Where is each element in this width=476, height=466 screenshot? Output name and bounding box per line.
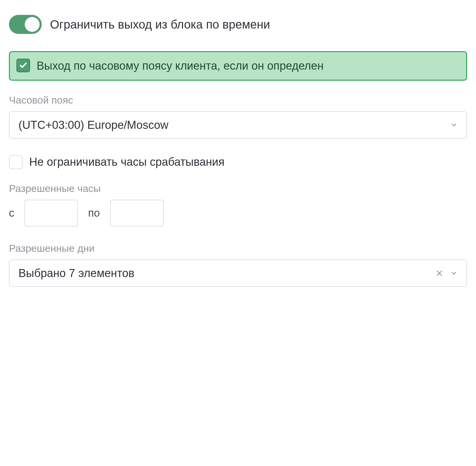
allowed-days-label: Разрешенные дни — [9, 243, 467, 254]
timezone-select[interactable]: (UTC+03:00) Europe/Moscow — [9, 111, 467, 139]
allowed-hours-label: Разрешенные часы — [9, 183, 467, 194]
clear-icon[interactable] — [436, 269, 443, 277]
chevron-down-icon — [450, 121, 458, 129]
hours-from-label: с — [9, 207, 14, 219]
unrestricted-hours-checkbox[interactable] — [9, 155, 23, 169]
allowed-days-select[interactable]: Выбрано 7 элементов — [9, 259, 467, 287]
unrestricted-hours-row: Не ограничивать часы срабатывания — [9, 155, 467, 169]
unrestricted-hours-label: Не ограничивать часы срабатывания — [29, 156, 224, 168]
timezone-value: (UTC+03:00) Europe/Moscow — [18, 119, 168, 132]
allowed-days-value: Выбрано 7 элементов — [18, 267, 134, 280]
toggle-knob — [25, 17, 40, 32]
client-timezone-label: Выход по часовому поясу клиента, если он… — [37, 58, 324, 74]
timezone-label: Часовой пояс — [9, 94, 467, 106]
hours-to-input[interactable] — [110, 200, 164, 226]
limit-exit-toggle-row: Ограничить выход из блока по времени — [9, 15, 467, 34]
hours-from-input[interactable] — [24, 200, 78, 226]
limit-exit-toggle-label: Ограничить выход из блока по времени — [50, 18, 270, 31]
check-icon — [19, 61, 27, 70]
allowed-hours-row: с по — [9, 200, 467, 226]
hours-to-label: по — [88, 207, 100, 219]
chevron-down-icon — [450, 270, 458, 277]
limit-exit-toggle[interactable] — [9, 15, 42, 34]
client-timezone-panel: Выход по часовому поясу клиента, если он… — [9, 51, 467, 81]
client-timezone-checkbox[interactable] — [16, 59, 30, 72]
